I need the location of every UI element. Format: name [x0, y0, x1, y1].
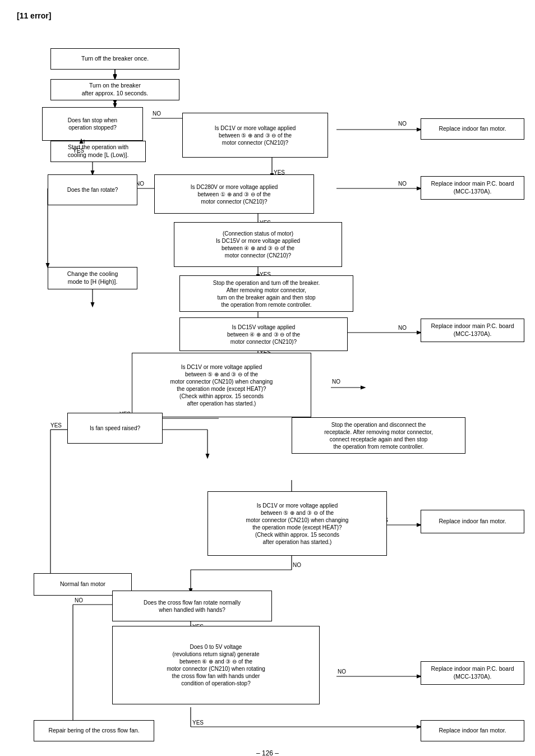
diamond-0to5v-revolutions: Does 0 to 5V voltage(revolutions return …: [164, 641, 268, 689]
svg-text:NO: NO: [75, 597, 83, 603]
diamond-fan-speed: Is fan speed raised?: [88, 423, 142, 434]
diamond-dc1v-top: Is DC1V or more voltage appliedbetween ⑤…: [213, 123, 298, 148]
diamond-dc1v-operation-1: Is DC1V or more voltage appliedbetween ⑤…: [168, 361, 275, 409]
svg-text:NO: NO: [398, 121, 407, 127]
diamond-fan-stop: Does fan stop whenoperation stopped?: [68, 117, 117, 131]
diamond-dc15v-applied: Is DC15V voltage appliedbetween ④ ⊕ and …: [225, 322, 302, 347]
box-stop-turn-off: Stop the operation and turn off the brea…: [179, 275, 353, 312]
svg-text:NO: NO: [332, 379, 340, 385]
diamond-fan-rotate: Does the fan rotate?: [66, 185, 120, 195]
box-replace-fan-motor-3: Replace indoor fan motor.: [421, 720, 524, 741]
diamond-dc15v-connection: (Connection status of motor)Is DC15V or …: [214, 228, 302, 261]
flowchart: YES NO NO YES YES NO NO YES YES YES NO Y…: [17, 31, 518, 738]
box-replace-fan-motor-2: Replace indoor fan motor.: [421, 510, 524, 533]
page-title: [11 error]: [17, 11, 518, 20]
svg-text:NO: NO: [398, 325, 407, 331]
box-turn-off-breaker: Turn off the breaker once.: [50, 48, 179, 70]
svg-text:YES: YES: [192, 720, 204, 726]
box-start-cooling-low: Start the operation withcooling mode [L …: [50, 141, 146, 162]
box-stop-disconnect: Stop the operation and disconnect therec…: [292, 417, 465, 454]
svg-text:YES: YES: [50, 422, 62, 428]
box-turn-on-breaker: Turn on the breakerafter approx. 10 seco…: [50, 79, 179, 100]
page-number: – 126 –: [17, 749, 518, 756]
diamond-crossflow-rotate: Does the cross flow fan rotate normallyw…: [142, 597, 242, 615]
box-replace-fan-motor-1: Replace indoor fan motor.: [421, 118, 524, 140]
page: [11 error]: [0, 0, 535, 756]
box-replace-pcb-1: Replace indoor main P.C. board(MCC-1370A…: [421, 176, 524, 200]
svg-text:NO: NO: [338, 669, 346, 675]
box-change-cooling-high: Change the coolingmode to [H (High)].: [48, 267, 137, 289]
svg-text:NO: NO: [398, 181, 407, 187]
svg-text:NO: NO: [153, 110, 161, 117]
box-repair-bearing: Repair bering of the cross flow fan.: [34, 720, 154, 741]
box-replace-pcb-3: Replace indoor main P.C. board(MCC-1370A…: [421, 661, 524, 685]
svg-text:NO: NO: [293, 562, 301, 568]
box-replace-pcb-2: Replace indoor main P.C. board(MCC-1370A…: [421, 319, 524, 342]
diamond-dc1v-operation-2: Is DC1V or more voltage appliedbetween ⑤…: [244, 500, 351, 548]
diamond-dc280v: Is DC280V or more voltage appliedbetween…: [189, 182, 280, 207]
